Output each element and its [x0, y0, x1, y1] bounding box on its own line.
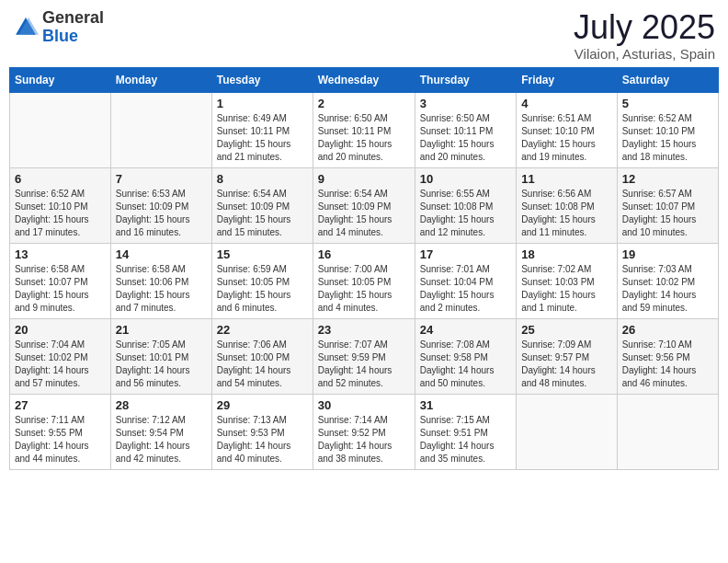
calendar-cell: [10, 92, 111, 167]
day-detail: Sunrise: 6:54 AMSunset: 10:09 PMDaylight…: [318, 188, 410, 239]
day-number: 26: [622, 323, 713, 337]
day-number: 18: [521, 247, 612, 261]
title-block: July 2025 Vilaion, Asturias, Spain: [574, 9, 715, 62]
day-detail: Sunrise: 7:04 AMSunset: 10:02 PMDaylight…: [15, 339, 106, 390]
calendar-cell: [517, 394, 618, 469]
calendar-cell: 9Sunrise: 6:54 AMSunset: 10:09 PMDayligh…: [313, 167, 415, 243]
day-detail: Sunrise: 6:58 AMSunset: 10:07 PMDaylight…: [15, 263, 106, 315]
weekday-header-saturday: Saturday: [617, 67, 718, 92]
day-number: 29: [217, 398, 308, 412]
calendar-cell: 6Sunrise: 6:52 AMSunset: 10:10 PMDayligh…: [10, 167, 111, 243]
calendar-cell: 13Sunrise: 6:58 AMSunset: 10:07 PMDaylig…: [10, 243, 111, 318]
day-detail: Sunrise: 6:49 AMSunset: 10:11 PMDaylight…: [217, 112, 308, 164]
day-detail: Sunrise: 6:53 AMSunset: 10:09 PMDaylight…: [116, 188, 207, 239]
weekday-header-friday: Friday: [517, 67, 618, 92]
day-detail: Sunrise: 7:11 AMSunset: 9:55 PMDaylight:…: [15, 414, 106, 465]
day-number: 31: [420, 398, 511, 412]
day-number: 12: [622, 172, 713, 186]
weekday-header-monday: Monday: [110, 67, 211, 92]
calendar-cell: 19Sunrise: 7:03 AMSunset: 10:02 PMDaylig…: [617, 243, 718, 318]
day-number: 10: [420, 172, 511, 186]
day-detail: Sunrise: 7:14 AMSunset: 9:52 PMDaylight:…: [318, 414, 410, 465]
day-number: 8: [217, 172, 308, 186]
day-detail: Sunrise: 7:05 AMSunset: 10:01 PMDaylight…: [116, 339, 207, 390]
day-detail: Sunrise: 6:56 AMSunset: 10:08 PMDaylight…: [521, 188, 612, 239]
calendar-cell: 15Sunrise: 6:59 AMSunset: 10:05 PMDaylig…: [211, 243, 313, 318]
calendar-cell: 25Sunrise: 7:09 AMSunset: 9:57 PMDayligh…: [517, 318, 618, 394]
day-detail: Sunrise: 6:52 AMSunset: 10:10 PMDaylight…: [622, 112, 713, 164]
day-detail: Sunrise: 6:58 AMSunset: 10:06 PMDaylight…: [116, 263, 207, 315]
day-number: 24: [420, 323, 511, 337]
day-detail: Sunrise: 7:13 AMSunset: 9:53 PMDaylight:…: [217, 414, 308, 465]
day-number: 14: [116, 247, 207, 261]
day-number: 13: [15, 247, 106, 261]
calendar-cell: 16Sunrise: 7:00 AMSunset: 10:05 PMDaylig…: [313, 243, 415, 318]
logo-icon: [13, 15, 39, 40]
day-number: 23: [318, 323, 410, 337]
logo: General Blue: [13, 9, 104, 46]
calendar-cell: 28Sunrise: 7:12 AMSunset: 9:54 PMDayligh…: [110, 394, 211, 469]
weekday-header-row: SundayMondayTuesdayWednesdayThursdayFrid…: [10, 67, 719, 92]
calendar-table: SundayMondayTuesdayWednesdayThursdayFrid…: [9, 67, 719, 470]
day-detail: Sunrise: 6:52 AMSunset: 10:10 PMDaylight…: [15, 188, 106, 239]
calendar-week-row: 1Sunrise: 6:49 AMSunset: 10:11 PMDayligh…: [10, 92, 719, 167]
calendar-week-row: 20Sunrise: 7:04 AMSunset: 10:02 PMDaylig…: [10, 318, 719, 394]
calendar-cell: 1Sunrise: 6:49 AMSunset: 10:11 PMDayligh…: [211, 92, 313, 167]
calendar-cell: 17Sunrise: 7:01 AMSunset: 10:04 PMDaylig…: [415, 243, 516, 318]
weekday-header-thursday: Thursday: [415, 67, 516, 92]
day-number: 16: [318, 247, 410, 261]
day-detail: Sunrise: 7:03 AMSunset: 10:02 PMDaylight…: [622, 263, 713, 315]
calendar-cell: 2Sunrise: 6:50 AMSunset: 10:11 PMDayligh…: [313, 92, 415, 167]
calendar-week-row: 27Sunrise: 7:11 AMSunset: 9:55 PMDayligh…: [10, 394, 719, 469]
day-number: 4: [521, 97, 612, 110]
day-detail: Sunrise: 7:01 AMSunset: 10:04 PMDaylight…: [420, 263, 511, 315]
weekday-header-wednesday: Wednesday: [313, 67, 415, 92]
calendar-cell: [617, 394, 718, 469]
day-detail: Sunrise: 6:51 AMSunset: 10:10 PMDaylight…: [521, 112, 612, 164]
calendar-cell: 14Sunrise: 6:58 AMSunset: 10:06 PMDaylig…: [110, 243, 211, 318]
day-number: 7: [116, 172, 207, 186]
calendar-cell: 26Sunrise: 7:10 AMSunset: 9:56 PMDayligh…: [617, 318, 718, 394]
day-number: 20: [15, 323, 106, 337]
day-number: 15: [217, 247, 308, 261]
day-detail: Sunrise: 6:50 AMSunset: 10:11 PMDaylight…: [318, 112, 410, 164]
day-detail: Sunrise: 7:06 AMSunset: 10:00 PMDaylight…: [217, 339, 308, 390]
calendar-cell: 30Sunrise: 7:14 AMSunset: 9:52 PMDayligh…: [313, 394, 415, 469]
day-number: 9: [318, 172, 410, 186]
calendar-cell: 20Sunrise: 7:04 AMSunset: 10:02 PMDaylig…: [10, 318, 111, 394]
calendar-cell: 7Sunrise: 6:53 AMSunset: 10:09 PMDayligh…: [110, 167, 211, 243]
day-number: 27: [15, 398, 106, 412]
day-number: 5: [622, 97, 713, 110]
day-detail: Sunrise: 7:09 AMSunset: 9:57 PMDaylight:…: [521, 339, 612, 390]
calendar-cell: 24Sunrise: 7:08 AMSunset: 9:58 PMDayligh…: [415, 318, 516, 394]
day-number: 3: [420, 97, 511, 110]
calendar-cell: 27Sunrise: 7:11 AMSunset: 9:55 PMDayligh…: [10, 394, 111, 469]
calendar-cell: 4Sunrise: 6:51 AMSunset: 10:10 PMDayligh…: [517, 92, 618, 167]
calendar-week-row: 6Sunrise: 6:52 AMSunset: 10:10 PMDayligh…: [10, 167, 719, 243]
day-number: 19: [622, 247, 713, 261]
day-number: 28: [116, 398, 207, 412]
logo-text: General Blue: [42, 9, 104, 46]
calendar-cell: 18Sunrise: 7:02 AMSunset: 10:03 PMDaylig…: [517, 243, 618, 318]
weekday-header-tuesday: Tuesday: [211, 67, 313, 92]
day-number: 21: [116, 323, 207, 337]
calendar-cell: [110, 92, 211, 167]
day-number: 1: [217, 97, 308, 110]
day-number: 2: [318, 97, 410, 110]
calendar-title: July 2025: [574, 9, 715, 46]
day-number: 22: [217, 323, 308, 337]
day-detail: Sunrise: 7:10 AMSunset: 9:56 PMDaylight:…: [622, 339, 713, 390]
weekday-header-sunday: Sunday: [10, 67, 111, 92]
day-number: 6: [15, 172, 106, 186]
day-number: 25: [521, 323, 612, 337]
day-detail: Sunrise: 7:07 AMSunset: 9:59 PMDaylight:…: [318, 339, 410, 390]
day-detail: Sunrise: 6:55 AMSunset: 10:08 PMDaylight…: [420, 188, 511, 239]
day-detail: Sunrise: 7:08 AMSunset: 9:58 PMDaylight:…: [420, 339, 511, 390]
logo-general-text: General: [42, 9, 104, 28]
calendar-cell: 8Sunrise: 6:54 AMSunset: 10:09 PMDayligh…: [211, 167, 313, 243]
day-detail: Sunrise: 7:00 AMSunset: 10:05 PMDaylight…: [318, 263, 410, 315]
day-detail: Sunrise: 6:57 AMSunset: 10:07 PMDaylight…: [622, 188, 713, 239]
calendar-cell: 10Sunrise: 6:55 AMSunset: 10:08 PMDaylig…: [415, 167, 516, 243]
day-number: 30: [318, 398, 410, 412]
calendar-cell: 12Sunrise: 6:57 AMSunset: 10:07 PMDaylig…: [617, 167, 718, 243]
